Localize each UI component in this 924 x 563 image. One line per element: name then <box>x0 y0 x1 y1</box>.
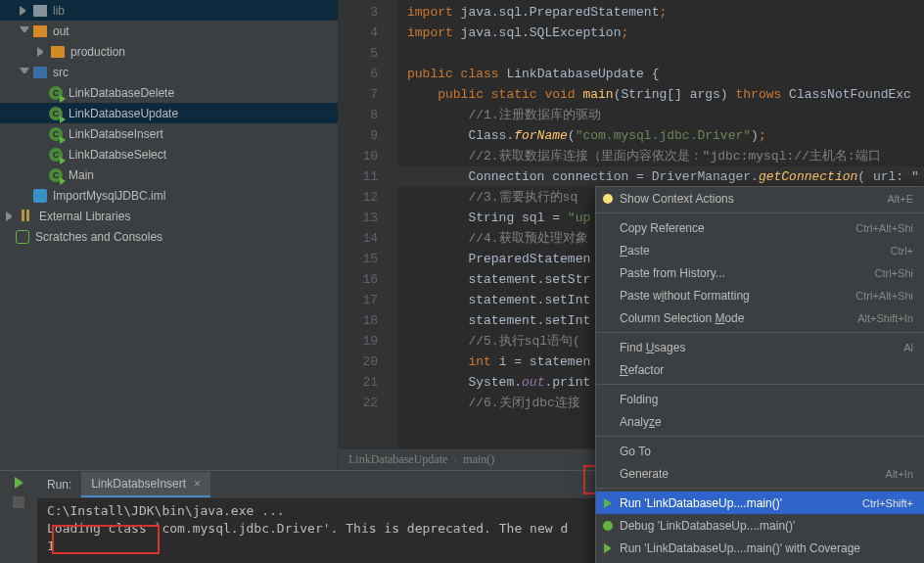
menu-paste-history[interactable]: Paste from History...Ctrl+Shi <box>596 261 924 284</box>
tree-label: Scratches and Consoles <box>35 230 162 244</box>
folder-icon <box>33 25 47 37</box>
line-number[interactable]: 11 <box>339 166 397 187</box>
tree-class-select[interactable]: LinkDatabseSelect <box>0 144 338 164</box>
menu-analyze[interactable]: Analyze <box>596 410 924 433</box>
tree-class-delete[interactable]: LinkDatabaseDelete <box>0 82 338 103</box>
tree-folder-src[interactable]: src <box>0 62 338 82</box>
folder-label: production <box>70 45 125 59</box>
menu-run-coverage[interactable]: Run 'LinkDatabaseUp....main()' with Cove… <box>596 537 924 559</box>
line-number[interactable]: 10 <box>339 146 397 166</box>
line-number[interactable]: 20 <box>339 352 397 372</box>
line-number[interactable]: 21 <box>339 372 397 393</box>
rerun-button[interactable] <box>15 477 23 489</box>
module-icon <box>33 189 47 203</box>
line-number[interactable]: 13 <box>339 208 397 228</box>
tree-class-main[interactable]: Main <box>0 164 338 185</box>
folder-label: out <box>53 24 69 38</box>
menu-paste[interactable]: PPasteasteCtrl+ <box>596 239 924 261</box>
line-number[interactable]: 14 <box>339 228 397 249</box>
line-number[interactable]: 6 <box>339 64 397 84</box>
editor-gutter[interactable]: 3 4 5 6 7 8 9 10 11 12 13 14 15 16 17 18… <box>339 0 397 448</box>
tree-class-update[interactable]: LinkDatabaseUpdate <box>0 103 338 123</box>
bulb-icon <box>601 192 614 205</box>
class-label: LinkDatabseSelect <box>69 148 166 162</box>
folder-icon <box>51 46 65 58</box>
chevron-right-icon <box>20 6 29 16</box>
line-number[interactable]: 3 <box>339 2 397 23</box>
tree-scratches[interactable]: Scratches and Consoles <box>0 226 338 247</box>
tree-folder-lib[interactable]: lib <box>0 0 338 21</box>
bug-icon <box>601 519 614 532</box>
menu-separator <box>596 332 924 333</box>
file-label: ImportMysqlJDBC.iml <box>53 189 165 203</box>
line-number[interactable]: 18 <box>339 310 397 331</box>
line-number[interactable]: 22 <box>339 393 397 413</box>
play-icon <box>601 496 614 509</box>
menu-copy-reference[interactable]: Copy ReferenceCtrl+Alt+Shi <box>596 216 924 239</box>
class-label: LinkDatabseInsert <box>69 127 163 141</box>
folder-icon <box>33 5 47 17</box>
line-number[interactable]: 16 <box>339 269 397 290</box>
tree-folder-production[interactable]: production <box>0 41 338 62</box>
class-icon <box>49 107 63 120</box>
line-number[interactable]: 9 <box>339 125 397 146</box>
source-folder-icon <box>33 67 47 78</box>
menu-column-selection[interactable]: Column Selection ModeAlt+Shift+In <box>596 306 924 329</box>
menu-separator <box>596 436 924 437</box>
class-label: LinkDatabaseUpdate <box>69 107 178 120</box>
class-icon <box>49 148 63 162</box>
chevron-right-icon: › <box>453 452 457 467</box>
run-toolbar <box>0 471 37 563</box>
class-icon <box>49 86 63 100</box>
menu-generate[interactable]: GenerateAlt+In <box>596 462 924 485</box>
libraries-icon <box>20 210 33 223</box>
tree-iml-file[interactable]: ImportMysqlJDBC.iml <box>0 185 338 206</box>
menu-run-jfr[interactable]: Run 'LinkDatabaseUp....main()' with 'Jav… <box>596 559 924 563</box>
line-number[interactable]: 5 <box>339 43 397 64</box>
menu-folding[interactable]: Folding <box>596 388 924 410</box>
menu-separator <box>596 212 924 213</box>
menu-find-usages[interactable]: Find UsagesAl <box>596 336 924 358</box>
menu-debug[interactable]: Debug 'LinkDatabaseUp....main()' <box>596 514 924 537</box>
menu-refactor[interactable]: Refactor <box>596 358 924 381</box>
tree-folder-out[interactable]: out <box>0 21 338 41</box>
menu-go-to[interactable]: Go To <box>596 440 924 462</box>
line-number[interactable]: 8 <box>339 105 397 125</box>
chevron-right-icon <box>37 47 47 57</box>
line-number[interactable]: 19 <box>339 331 397 352</box>
menu-run[interactable]: Run 'LinkDatabaseUp....main()'Ctrl+Shift… <box>596 492 924 514</box>
scratch-icon <box>16 230 29 244</box>
menu-separator <box>596 488 924 489</box>
menu-paste-without-formatting[interactable]: Paste without FormattingCtrl+Alt+Shi <box>596 284 924 306</box>
stop-button[interactable] <box>13 496 24 508</box>
class-icon <box>49 127 63 141</box>
project-tree[interactable]: lib out production src LinkDatabaseDelet… <box>0 0 339 470</box>
tree-class-insert[interactable]: LinkDatabseInsert <box>0 123 338 144</box>
line-number[interactable]: 12 <box>339 187 397 208</box>
run-label: Run: <box>37 478 81 492</box>
class-icon <box>49 168 63 182</box>
tree-external-libraries[interactable]: External Libraries <box>0 206 338 226</box>
folder-label: src <box>53 66 69 79</box>
line-number[interactable]: 4 <box>339 23 397 43</box>
close-icon[interactable]: × <box>194 477 201 491</box>
class-label: Main <box>69 168 94 182</box>
chevron-right-icon <box>6 211 16 221</box>
class-label: LinkDatabaseDelete <box>69 86 174 100</box>
line-number[interactable]: 7 <box>339 84 397 105</box>
menu-show-context-actions[interactable]: Show Context ActionsAlt+E <box>596 187 924 210</box>
run-config-tab[interactable]: LinkDatabseInsert × <box>81 472 210 497</box>
breadcrumb-method[interactable]: main() <box>463 452 494 467</box>
editor-context-menu[interactable]: Show Context ActionsAlt+E Copy Reference… <box>595 186 924 563</box>
chevron-down-icon <box>20 68 29 77</box>
tab-label: LinkDatabseInsert <box>91 477 186 491</box>
breadcrumb-class[interactable]: LinkDatabaseUpdate <box>348 452 447 467</box>
line-number[interactable]: 17 <box>339 290 397 310</box>
chevron-down-icon <box>20 26 29 36</box>
coverage-icon <box>601 541 614 554</box>
menu-separator <box>596 384 924 385</box>
tree-label: External Libraries <box>39 210 130 223</box>
line-number[interactable]: 15 <box>339 249 397 269</box>
